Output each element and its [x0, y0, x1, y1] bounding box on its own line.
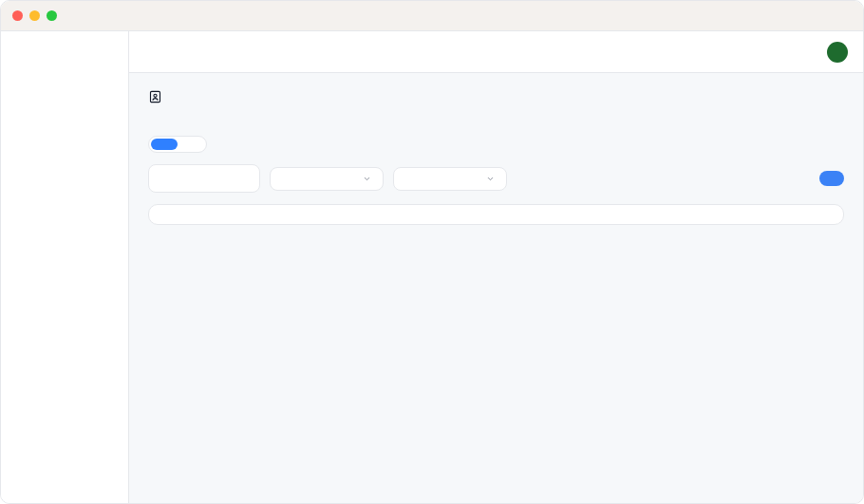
top-nav	[129, 31, 863, 73]
user-avatar[interactable]	[827, 42, 848, 63]
sidebar	[1, 31, 129, 503]
window-minimize[interactable]	[29, 10, 40, 21]
chevron-down-icon	[363, 175, 371, 183]
window-titlebar	[1, 1, 863, 31]
view-table-button[interactable]	[151, 139, 178, 150]
contact-card-icon	[148, 88, 162, 105]
window-close[interactable]	[12, 10, 23, 21]
view-kanban-button[interactable]	[178, 139, 204, 150]
filter-status-select[interactable]	[270, 167, 384, 191]
search-input-field[interactable]	[160, 172, 248, 185]
new-lead-button[interactable]	[819, 171, 844, 186]
chevron-down-icon	[486, 175, 495, 183]
view-switch	[148, 136, 207, 153]
window-maximize[interactable]	[47, 10, 57, 21]
filter-source-select[interactable]	[393, 167, 507, 191]
leads-table	[148, 204, 844, 225]
search-input[interactable]	[148, 164, 260, 193]
